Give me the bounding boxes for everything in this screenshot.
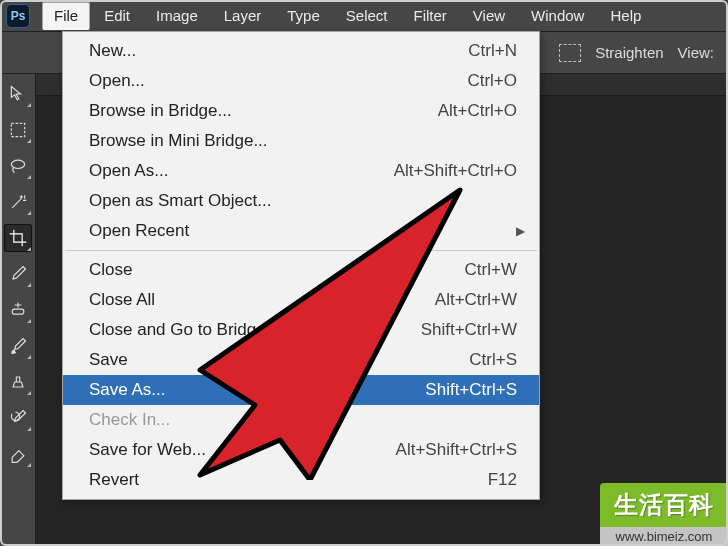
- menu-item-open-as[interactable]: Open As... Alt+Shift+Ctrl+O: [63, 156, 539, 186]
- history-brush-tool[interactable]: [4, 404, 32, 432]
- move-tool[interactable]: [4, 80, 32, 108]
- menu-help[interactable]: Help: [598, 3, 653, 28]
- app-logo: Ps: [6, 4, 30, 28]
- menu-item-shortcut: Ctrl+N: [377, 41, 517, 61]
- magic-wand-tool[interactable]: [4, 188, 32, 216]
- menu-item-close-all[interactable]: Close All Alt+Ctrl+W: [63, 285, 539, 315]
- menu-item-label: New...: [89, 41, 136, 61]
- eyedropper-tool[interactable]: [4, 260, 32, 288]
- clone-stamp-tool[interactable]: [4, 368, 32, 396]
- straighten-icon: [559, 44, 581, 62]
- menu-item-open-recent[interactable]: Open Recent ▶: [63, 216, 539, 246]
- menu-window[interactable]: Window: [519, 3, 596, 28]
- menu-item-close-go-bridge[interactable]: Close and Go to Bridge... Shift+Ctrl+W: [63, 315, 539, 345]
- menu-item-label: Open...: [89, 71, 145, 91]
- menu-item-label: Open as Smart Object...: [89, 191, 271, 211]
- menu-item-revert[interactable]: Revert F12: [63, 465, 539, 495]
- menu-edit[interactable]: Edit: [92, 3, 142, 28]
- menubar: Ps File Edit Image Layer Type Select Fil…: [0, 0, 728, 32]
- watermark: 生活百科 www.bimeiz.com: [600, 483, 728, 546]
- menu-file[interactable]: File: [42, 2, 90, 30]
- menu-item-shortcut: Alt+Shift+Ctrl+S: [377, 440, 517, 460]
- file-menu-dropdown: New... Ctrl+N Open... Ctrl+O Browse in B…: [62, 31, 540, 500]
- menu-item-open[interactable]: Open... Ctrl+O: [63, 66, 539, 96]
- menu-item-label: Save for Web...: [89, 440, 206, 460]
- menu-item-close[interactable]: Close Ctrl+W: [63, 255, 539, 285]
- watermark-url: www.bimeiz.com: [600, 527, 728, 546]
- menu-item-shortcut: Ctrl+W: [377, 260, 517, 280]
- menu-item-shortcut: Ctrl+O: [377, 71, 517, 91]
- menu-item-label: Browse in Bridge...: [89, 101, 232, 121]
- menu-item-browse-bridge[interactable]: Browse in Bridge... Alt+Ctrl+O: [63, 96, 539, 126]
- lasso-tool[interactable]: [4, 152, 32, 180]
- menu-item-label: Revert: [89, 470, 139, 490]
- menu-item-shortcut: Shift+Ctrl+W: [377, 320, 517, 340]
- menu-item-shortcut: Alt+Ctrl+O: [377, 101, 517, 121]
- menu-type[interactable]: Type: [275, 3, 332, 28]
- menu-item-label: Open Recent: [89, 221, 189, 241]
- menu-item-label: Open As...: [89, 161, 168, 181]
- menu-item-save[interactable]: Save Ctrl+S: [63, 345, 539, 375]
- menu-filter[interactable]: Filter: [402, 3, 459, 28]
- marquee-tool[interactable]: [4, 116, 32, 144]
- menu-item-label: Save As...: [89, 380, 166, 400]
- menu-view[interactable]: View: [461, 3, 517, 28]
- menu-item-check-in: Check In...: [63, 405, 539, 435]
- eraser-tool[interactable]: [4, 440, 32, 468]
- menu-image[interactable]: Image: [144, 3, 210, 28]
- menu-item-label: Save: [89, 350, 128, 370]
- menu-item-shortcut: Ctrl+S: [377, 350, 517, 370]
- view-label: View:: [678, 44, 714, 61]
- menu-item-browse-mini-bridge[interactable]: Browse in Mini Bridge...: [63, 126, 539, 156]
- toolbox: [0, 74, 36, 546]
- menu-item-label: Close All: [89, 290, 155, 310]
- menu-item-open-smart-object[interactable]: Open as Smart Object...: [63, 186, 539, 216]
- menu-item-label: Close: [89, 260, 132, 280]
- watermark-badge: 生活百科: [600, 483, 728, 527]
- menu-item-shortcut: Alt+Shift+Ctrl+O: [377, 161, 517, 181]
- menu-select[interactable]: Select: [334, 3, 400, 28]
- menu-item-label: Check In...: [89, 410, 170, 430]
- submenu-arrow-icon: ▶: [516, 224, 525, 238]
- menu-item-label: Close and Go to Bridge...: [89, 320, 280, 340]
- svg-rect-2: [12, 309, 24, 314]
- menu-item-save-for-web[interactable]: Save for Web... Alt+Shift+Ctrl+S: [63, 435, 539, 465]
- menu-item-shortcut: Alt+Ctrl+W: [377, 290, 517, 310]
- healing-brush-tool[interactable]: [4, 296, 32, 324]
- svg-rect-0: [11, 123, 24, 136]
- menu-item-new[interactable]: New... Ctrl+N: [63, 36, 539, 66]
- straighten-button[interactable]: Straighten: [595, 44, 663, 61]
- brush-tool[interactable]: [4, 332, 32, 360]
- menu-layer[interactable]: Layer: [212, 3, 274, 28]
- menu-item-label: Browse in Mini Bridge...: [89, 131, 268, 151]
- menu-item-shortcut: F12: [377, 470, 517, 490]
- menu-item-save-as[interactable]: Save As... Shift+Ctrl+S: [63, 375, 539, 405]
- crop-tool[interactable]: [4, 224, 32, 252]
- menu-item-shortcut: Shift+Ctrl+S: [377, 380, 517, 400]
- menu-separator: [65, 250, 537, 251]
